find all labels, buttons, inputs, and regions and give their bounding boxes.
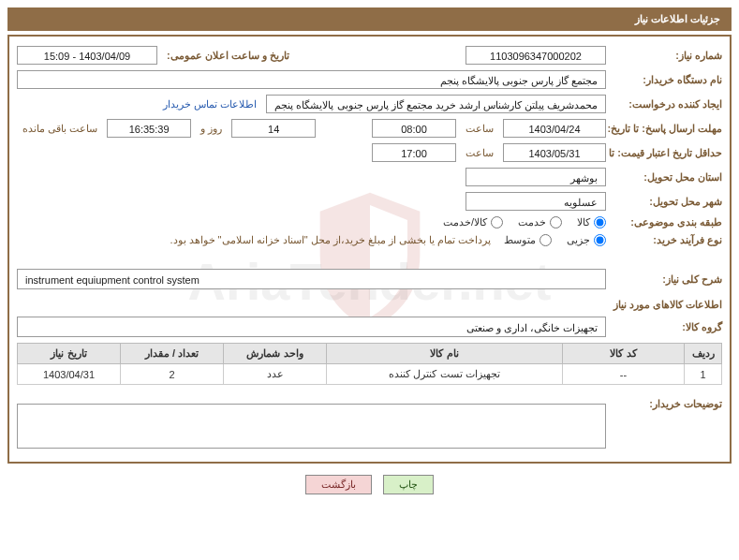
field-announce-datetime: 1403/04/09 - 15:09 <box>17 46 157 65</box>
label-goods-group: گروه کالا: <box>610 321 722 333</box>
goods-table: ردیف کد کالا نام کالا واحد شمارش تعداد /… <box>17 343 722 385</box>
label-general-desc: شرح کلی نیاز: <box>610 273 722 286</box>
label-announce-datetime: تاریخ و ساعت اعلان عمومی: <box>161 50 289 62</box>
print-button[interactable]: چاپ <box>383 475 434 494</box>
field-buyer-org: مجتمع گاز پارس جنوبی پالایشگاه پنجم <box>17 70 606 89</box>
label-delivery-city: شهر محل تحویل: <box>610 196 722 208</box>
label-buyer-org: نام دستگاه خریدار: <box>610 74 722 86</box>
panel-header: جزئیات اطلاعات نیاز <box>7 7 732 31</box>
field-general-desc: instrument equiupment control system <box>17 269 606 289</box>
label-buyer-notes: توضیحات خریدار: <box>610 398 722 410</box>
back-button[interactable]: بازگشت <box>305 475 372 494</box>
link-buyer-contact[interactable]: اطلاعات تماس خریدار <box>163 98 262 111</box>
field-response-time: 08:00 <box>372 119 456 138</box>
field-requester: محمدشریف پیلتن کارشناس ارشد خرید مجتمع گ… <box>266 95 606 113</box>
radio-partial[interactable]: جزیی <box>567 234 606 246</box>
goods-section-title: اطلاعات کالاهای مورد نیاز <box>17 299 722 311</box>
th-qty: تعداد / مقدار <box>121 344 224 364</box>
label-time-2: ساعت <box>460 147 499 159</box>
buyer-notes-box <box>17 404 606 449</box>
field-remaining-time: 16:35:39 <box>107 119 191 138</box>
cell-qty: 2 <box>121 364 224 385</box>
cell-code: -- <box>563 364 685 385</box>
cell-unit: عدد <box>224 364 327 385</box>
field-goods-group: تجهیزات خانگی، اداری و صنعتی <box>17 317 606 337</box>
field-validity-date: 1403/05/31 <box>503 143 606 162</box>
radio-medium-input[interactable] <box>539 234 552 246</box>
label-need-no: شماره نیاز: <box>610 50 722 62</box>
label-requester: ایجاد کننده درخواست: <box>610 98 722 111</box>
th-idx: ردیف <box>685 344 722 364</box>
radio-partial-input[interactable] <box>594 234 606 246</box>
th-name: نام کالا <box>327 344 563 364</box>
radio-service[interactable]: خدمت <box>518 216 562 228</box>
table-row: 1 -- تجهیزات تست کنترل کننده عدد 2 1403/… <box>18 364 722 385</box>
purchase-note: پرداخت تمام یا بخشی از مبلغ خرید،از محل … <box>17 234 500 246</box>
label-remaining: ساعت باقی مانده <box>17 123 103 135</box>
table-header-row: ردیف کد کالا نام کالا واحد شمارش تعداد /… <box>18 344 722 364</box>
radio-medium[interactable]: متوسط <box>504 234 552 246</box>
label-purchase-type: نوع فرآیند خرید: <box>610 234 722 246</box>
radio-service-input[interactable] <box>550 216 562 228</box>
field-delivery-province: بوشهر <box>466 168 606 186</box>
label-response-deadline: مهلت ارسال پاسخ: تا تاریخ: <box>610 123 722 135</box>
field-validity-time: 17:00 <box>372 143 456 162</box>
field-need-no: 1103096347000202 <box>466 46 606 65</box>
button-bar: چاپ بازگشت <box>0 467 739 502</box>
purchase-radio-group: جزیی متوسط <box>504 234 606 246</box>
label-days: روز و <box>195 123 228 135</box>
radio-goods[interactable]: کالا <box>577 216 606 228</box>
th-code: کد کالا <box>563 344 685 364</box>
radio-goods-service[interactable]: کالا/خدمت <box>443 216 503 228</box>
radio-goods-service-input[interactable] <box>491 216 503 228</box>
details-panel: شماره نیاز: 1103096347000202 تاریخ و ساع… <box>7 35 732 464</box>
category-radio-group: کالا خدمت کالا/خدمت <box>443 216 606 228</box>
th-unit: واحد شمارش <box>224 344 327 364</box>
cell-date: 1403/04/31 <box>18 364 121 385</box>
cell-name: تجهیزات تست کنترل کننده <box>327 364 563 385</box>
th-date: تاریخ نیاز <box>18 344 121 364</box>
field-delivery-city: عسلویه <box>466 192 606 211</box>
label-time-1: ساعت <box>460 123 499 135</box>
label-delivery-province: استان محل تحویل: <box>610 171 722 184</box>
radio-goods-input[interactable] <box>594 216 606 228</box>
field-remaining-days: 14 <box>231 119 316 138</box>
cell-idx: 1 <box>685 364 722 385</box>
field-response-date: 1403/04/24 <box>503 119 606 138</box>
label-validity-deadline: حداقل تاریخ اعتبار قیمت: تا تاریخ: <box>610 147 722 159</box>
label-category: طبقه بندی موضوعی: <box>610 216 722 228</box>
